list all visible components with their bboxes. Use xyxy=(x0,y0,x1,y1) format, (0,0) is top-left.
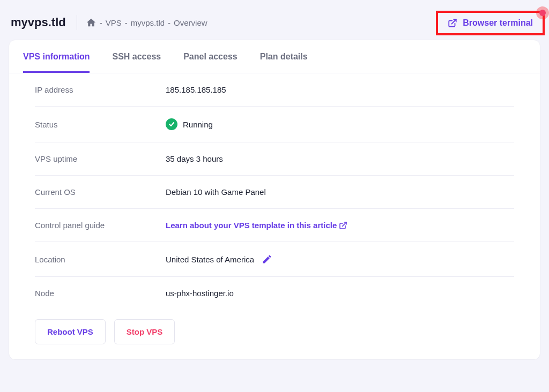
info-rows: IP address 185.185.185.185 Status Runnin… xyxy=(9,73,540,310)
row-location: Location United States of America xyxy=(35,242,514,277)
value-location: United States of America xyxy=(166,254,272,265)
label-uptime: VPS uptime xyxy=(35,154,166,163)
value-control-panel-guide: Learn about your VPS template in this ar… xyxy=(166,221,347,230)
value-node: us-phx-hostinger.io xyxy=(166,289,234,298)
label-node: Node xyxy=(35,289,166,298)
svg-line-1 xyxy=(343,222,346,226)
status-text: Running xyxy=(183,120,213,129)
value-status: Running xyxy=(166,118,213,130)
label-ip-address: IP address xyxy=(35,85,166,94)
label-status: Status xyxy=(35,120,166,129)
label-location: Location xyxy=(35,255,166,264)
edit-icon[interactable] xyxy=(262,254,272,265)
vertical-divider xyxy=(77,15,77,30)
value-ip-address: 185.185.185.185 xyxy=(166,85,226,94)
row-node: Node us-phx-hostinger.io xyxy=(35,277,514,310)
breadcrumb-sep: - xyxy=(100,18,102,27)
tab-plan-details[interactable]: Plan details xyxy=(260,40,308,73)
tab-ssh-access[interactable]: SSH access xyxy=(112,40,161,73)
control-panel-guide-link-text: Learn about your VPS template in this ar… xyxy=(166,221,337,230)
breadcrumb-sep: - xyxy=(125,18,128,27)
check-circle-icon xyxy=(166,118,177,130)
page-header: myvps.tld - VPS - myvps.tld - Overview B… xyxy=(0,0,549,40)
tab-panel-access[interactable]: Panel access xyxy=(183,40,238,73)
breadcrumb-overview: Overview xyxy=(174,18,207,27)
location-text: United States of America xyxy=(166,255,254,264)
label-control-panel-guide: Control panel guide xyxy=(35,221,166,230)
tab-vps-information[interactable]: VPS information xyxy=(23,40,90,73)
action-buttons: Reboot VPS Stop VPS xyxy=(9,310,540,359)
row-current-os: Current OS Debian 10 with Game Panel xyxy=(35,176,514,209)
browser-terminal-highlight: Browser terminal xyxy=(436,11,545,35)
row-ip-address: IP address 185.185.185.185 xyxy=(35,73,514,107)
label-current-os: Current OS xyxy=(35,187,166,197)
breadcrumb-domain[interactable]: myvps.tld xyxy=(131,18,165,27)
vps-card: VPS information SSH access Panel access … xyxy=(9,40,540,360)
reboot-vps-button[interactable]: Reboot VPS xyxy=(35,319,106,344)
stop-vps-button[interactable]: Stop VPS xyxy=(114,319,175,344)
value-current-os: Debian 10 with Game Panel xyxy=(166,187,266,197)
external-link-icon xyxy=(339,221,347,230)
domain-title: myvps.tld xyxy=(11,16,77,29)
breadcrumb: - VPS - myvps.tld - Overview xyxy=(86,18,207,27)
row-control-panel-guide: Control panel guide Learn about your VPS… xyxy=(35,209,514,242)
external-link-icon xyxy=(448,18,457,28)
value-uptime: 35 days 3 hours xyxy=(166,154,223,163)
browser-terminal-label: Browser terminal xyxy=(463,18,533,28)
row-status: Status Running xyxy=(35,107,514,142)
tab-bar: VPS information SSH access Panel access … xyxy=(9,40,540,73)
highlight-dot-icon xyxy=(536,6,549,19)
svg-line-0 xyxy=(452,19,456,24)
home-icon[interactable] xyxy=(86,18,97,27)
breadcrumb-sep: - xyxy=(168,18,170,27)
breadcrumb-vps[interactable]: VPS xyxy=(106,18,122,27)
control-panel-guide-link[interactable]: Learn about your VPS template in this ar… xyxy=(166,221,347,230)
browser-terminal-link[interactable]: Browser terminal xyxy=(448,18,533,28)
row-uptime: VPS uptime 35 days 3 hours xyxy=(35,142,514,176)
